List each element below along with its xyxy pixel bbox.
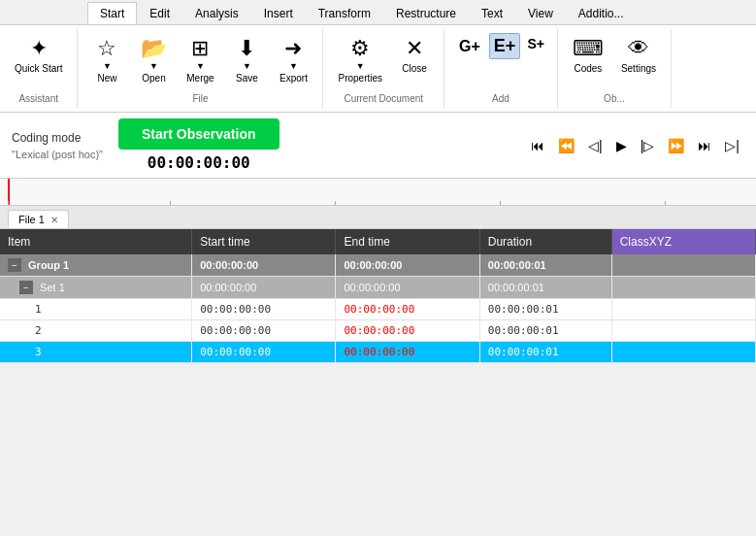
menu-tab-edit[interactable]: Edit — [137, 2, 182, 24]
settings-label: Settings — [621, 63, 656, 74]
merge-label: Merge — [186, 73, 214, 84]
transport-step-back[interactable]: ◁| — [583, 135, 608, 156]
start-observation-button[interactable]: Start Observation — [118, 118, 279, 150]
group-collapse-button[interactable]: − — [8, 258, 21, 272]
cell-duration: 00:00:00:01 — [479, 299, 611, 320]
close-button[interactable]: ✕ Close — [393, 33, 436, 77]
menu-tab-view[interactable]: View — [515, 2, 566, 24]
export-button[interactable]: ➜ ▼ Export — [272, 33, 314, 86]
data-table: Item Start time End time Duration ClassX… — [0, 229, 756, 363]
ruler-mark-2: 00:06:40 — [335, 201, 369, 206]
cell-item: 1 — [0, 299, 192, 320]
menu-tab-text[interactable]: Text — [469, 2, 515, 24]
open-button[interactable]: 📂 ▼ Open — [132, 33, 175, 86]
current-doc-label: Current Document — [344, 89, 423, 104]
transport-goto-end[interactable]: ⏭ — [693, 135, 716, 156]
transport-fast-forward[interactable]: ⏩ — [663, 135, 689, 156]
file-tab-1-close[interactable]: ✕ — [50, 215, 58, 225]
codes-button[interactable]: ⌨ Codes — [566, 33, 610, 77]
file-group-label: File — [192, 89, 208, 104]
open-label: Open — [142, 73, 165, 84]
cell-item: − Group 1 — [0, 254, 192, 277]
ruler-mark-3: 00:10:00 — [500, 201, 534, 206]
transport-play[interactable]: ▶ — [611, 135, 632, 156]
merge-dropdown-icon: ▼ — [196, 61, 205, 71]
gplus-icon: G+ — [459, 38, 480, 55]
coding-area: Coding mode "Lexical (post hoc)" Start O… — [0, 113, 756, 179]
merge-button[interactable]: ⊞ ▼ Merge — [179, 33, 221, 86]
ribbon-group-assistant: ✦ Quick Start Assistant — [0, 29, 78, 108]
new-icon: ☆ — [97, 36, 116, 61]
transport-rewind[interactable]: ⏪ — [553, 135, 579, 156]
menu-tab-insert[interactable]: Insert — [251, 2, 306, 24]
table-row[interactable]: − Set 1 00:00:00:00 00:00:00:00 00:00:00… — [0, 277, 756, 299]
ruler-mark-0: 00:00:00 — [8, 201, 42, 206]
new-button[interactable]: ☆ ▼ New — [85, 33, 128, 86]
quick-start-button[interactable]: ✦ Quick Start — [8, 33, 69, 77]
codes-label: Codes — [574, 63, 602, 74]
ruler-mark-4: 00:13:20 — [665, 201, 699, 206]
table-row[interactable]: 1 00:00:00:00 00:00:00:00 00:00:00:01 — [0, 299, 756, 320]
save-button[interactable]: ⬇ ▼ Save — [225, 33, 268, 86]
ribbon-group-add: G+ E+ S+ Add — [444, 29, 558, 108]
save-dropdown-icon: ▼ — [243, 61, 251, 71]
open-icon: 📂 — [141, 36, 167, 61]
table-header-row: Item Start time End time Duration ClassX… — [0, 229, 756, 254]
group-name: Group 1 — [28, 259, 69, 271]
file-tab-1[interactable]: File 1 ✕ — [8, 210, 69, 228]
table-row[interactable]: 2 00:00:00:00 00:00:00:00 00:00:00:01 — [0, 320, 756, 342]
menu-bar: Start Edit Analysis Insert Transform Res… — [0, 0, 756, 25]
menu-tab-transform[interactable]: Transform — [306, 2, 383, 24]
quick-start-label: Quick Start — [15, 63, 62, 74]
cell-end-time: 00:00:00:00 — [336, 299, 479, 320]
cell-item: − Set 1 — [0, 277, 192, 299]
menu-tab-start[interactable]: Start — [87, 2, 137, 24]
settings-button[interactable]: 👁 Settings — [614, 33, 663, 77]
lexical-label: "Lexical (post hoc)" — [12, 149, 103, 160]
cell-classxyz — [611, 299, 755, 320]
transport-loop[interactable]: ▷| — [720, 135, 744, 156]
eplus-icon: E+ — [494, 36, 516, 56]
transport-controls: ⏮ ⏪ ◁| ▶ |▷ ⏩ ⏭ ▷| — [526, 135, 744, 156]
properties-label: Properties — [338, 73, 382, 84]
cell-classxyz — [611, 320, 755, 342]
eplus-button[interactable]: E+ — [489, 33, 521, 59]
properties-button[interactable]: ⚙ ▼ Properties — [331, 33, 389, 86]
obs-group-label: Ob... — [604, 89, 625, 104]
cell-duration: 00:00:00:01 — [479, 320, 611, 342]
gplus-button[interactable]: G+ — [452, 33, 487, 60]
set-collapse-button[interactable]: − — [19, 281, 33, 294]
transport-step-forward[interactable]: |▷ — [636, 135, 660, 156]
ribbon-group-obs: ⌨ Codes 👁 Settings Ob... — [558, 29, 672, 108]
menu-tab-additional[interactable]: Additio... — [566, 2, 637, 24]
transport-goto-start[interactable]: ⏮ — [526, 135, 549, 156]
quick-start-icon: ✦ — [30, 36, 48, 61]
cell-duration: 00:00:00:01 — [479, 342, 611, 363]
save-label: Save — [236, 73, 258, 84]
add-group-label: Add — [492, 89, 509, 104]
cell-start-time: 00:00:00:00 — [192, 320, 336, 342]
export-icon: ➜ — [284, 36, 302, 61]
timeline-ruler: 00:00:00 00:03:20 00:06:40 00:10:00 00:1… — [0, 179, 756, 206]
cell-start-time: 00:00:00:00 — [192, 254, 336, 277]
close-icon: ✕ — [406, 36, 423, 61]
th-duration: Duration — [479, 229, 611, 254]
cell-start-time: 00:00:00:00 — [192, 342, 336, 363]
menu-tab-analysis[interactable]: Analysis — [182, 2, 251, 24]
data-table-wrapper: Item Start time End time Duration ClassX… — [0, 229, 756, 363]
close-label: Close — [402, 63, 427, 74]
assistant-label: Assistant — [18, 89, 58, 104]
merge-icon: ⊞ — [191, 36, 209, 61]
table-row[interactable]: − Group 1 00:00:00:00 00:00:00:00 00:00:… — [0, 254, 756, 277]
cell-classxyz — [611, 254, 755, 277]
cell-classxyz — [611, 342, 755, 363]
splus-icon: S+ — [527, 36, 544, 51]
cell-end-time: 00:00:00:00 — [336, 320, 479, 342]
export-dropdown-icon: ▼ — [289, 61, 298, 71]
ribbon-group-file: ☆ ▼ New 📂 ▼ Open ⊞ ▼ Merge ⬇ ▼ Save ➜ ▼ — [78, 29, 323, 108]
splus-button[interactable]: S+ — [522, 33, 549, 54]
table-row[interactable]: 3 00:00:00:00 00:00:00:00 00:00:00:01 — [0, 342, 756, 363]
file-tab-1-label: File 1 — [18, 214, 45, 225]
export-label: Export — [279, 73, 308, 84]
menu-tab-restructure[interactable]: Restructure — [383, 2, 469, 24]
